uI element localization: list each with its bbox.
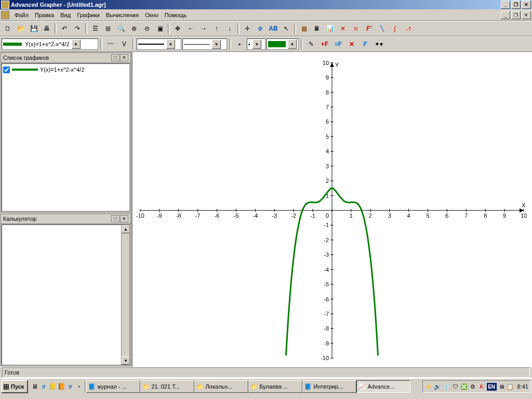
- start-button[interactable]: ⊞ Пуск: [1, 380, 28, 393]
- tray-icon-3[interactable]: 💿: [443, 383, 450, 391]
- regression-button[interactable]: 📊: [324, 22, 336, 35]
- formula-selector[interactable]: Y(x)=1+x^2-x^4/2 ▼: [2, 38, 98, 50]
- tray-icon-1[interactable]: ⚡: [425, 383, 433, 391]
- grid-props-button[interactable]: ⊞: [102, 22, 114, 35]
- ql-app2-icon[interactable]: 📙: [57, 382, 65, 391]
- derivative-button[interactable]: F': [363, 22, 375, 35]
- tangent-button[interactable]: ╲: [376, 22, 388, 35]
- close-button[interactable]: ✕: [522, 1, 531, 9]
- svg-text:-3: -3: [324, 251, 329, 258]
- del-func-button[interactable]: ✕: [345, 38, 358, 50]
- wave-button[interactable]: 〰: [104, 38, 117, 50]
- menu-file[interactable]: Файл: [11, 11, 32, 19]
- ql-ie-icon[interactable]: e: [39, 382, 48, 391]
- undo-button[interactable]: ↶: [58, 22, 71, 35]
- menu-calc[interactable]: Вычисления: [103, 11, 142, 19]
- formula-color-swatch: [3, 43, 22, 46]
- mdi-restore-button[interactable]: ❐: [511, 11, 521, 19]
- label-button[interactable]: AB: [267, 22, 280, 35]
- edit-func-button[interactable]: F: [359, 38, 371, 50]
- move-button[interactable]: ✥: [171, 22, 184, 35]
- panel-dock-button[interactable]: □: [111, 54, 119, 61]
- list-button[interactable]: ☰: [89, 22, 101, 35]
- tray-icon-2[interactable]: 🔊: [434, 383, 442, 391]
- extrema-button[interactable]: ⩘: [402, 22, 414, 35]
- arrow-up-button[interactable]: ↑: [210, 22, 223, 35]
- tray-icon-7[interactable]: K: [478, 383, 486, 391]
- tray-icon-5[interactable]: ❎: [460, 383, 468, 391]
- trace-button[interactable]: ⊕: [254, 22, 267, 35]
- svg-text:-2: -2: [291, 212, 296, 219]
- menu-graphs[interactable]: Графики: [74, 11, 103, 19]
- table-button[interactable]: ▦: [298, 22, 310, 35]
- task-button[interactable]: 📁21. 021 Т...: [140, 380, 194, 393]
- menu-edit[interactable]: Правка: [32, 11, 57, 19]
- plot-canvas[interactable]: XY-10-9-8-7-6-5-4-3-2-112345678910-10-9-…: [132, 52, 532, 367]
- ql-ie2-icon[interactable]: e: [66, 382, 74, 391]
- ql-more-icon[interactable]: »: [75, 382, 83, 391]
- arrow-down-button[interactable]: ↓: [223, 22, 236, 35]
- mdi-close-button[interactable]: ✕: [522, 11, 531, 19]
- save-button[interactable]: 💾: [28, 22, 40, 35]
- tray-icon-4[interactable]: 🛡: [451, 383, 459, 391]
- axis-props-button[interactable]: ✦▾: [373, 38, 385, 50]
- scroll-up-button[interactable]: ▲: [122, 225, 130, 233]
- task-button[interactable]: 📁Локальн...: [194, 380, 248, 393]
- mdi-minimize-button[interactable]: _: [501, 11, 510, 19]
- calc-close-button[interactable]: ✕: [120, 215, 128, 222]
- add-func-button[interactable]: +F: [318, 38, 331, 50]
- line-style-thin[interactable]: ▼: [182, 38, 227, 50]
- language-indicator[interactable]: EN: [487, 383, 497, 391]
- dropdown-icon[interactable]: ▼: [72, 39, 81, 49]
- calc-scrollbar[interactable]: ▲ ▼: [121, 225, 129, 365]
- menu-window[interactable]: Окно: [142, 11, 162, 19]
- crosshair-button[interactable]: ✛: [241, 22, 254, 35]
- calculator-body[interactable]: ▲ ▼: [2, 224, 130, 365]
- ql-desktop-icon[interactable]: 🖥: [31, 382, 39, 391]
- zoom-in-button[interactable]: ⊕: [128, 22, 140, 35]
- new-button[interactable]: 🗋: [2, 22, 14, 35]
- graph-color-swatch: [12, 69, 38, 71]
- svg-text:2: 2: [326, 178, 329, 184]
- tray-icon-6[interactable]: ⚙: [469, 383, 477, 391]
- task-button[interactable]: 📘Интегрир...: [302, 380, 356, 393]
- point-small-button[interactable]: ▪: [233, 38, 246, 50]
- scroll-down-button[interactable]: ▼: [122, 356, 130, 365]
- app-icon: [1, 1, 9, 9]
- graph-visible-checkbox[interactable]: [3, 66, 10, 73]
- line-style-solid[interactable]: ▼: [137, 38, 181, 50]
- tray-icon-9[interactable]: 📋: [507, 383, 514, 391]
- maximize-button[interactable]: ❐: [511, 1, 521, 9]
- integral-button[interactable]: ∫: [389, 22, 401, 35]
- task-button[interactable]: 📘журнал - ...: [86, 380, 140, 393]
- menu-help[interactable]: Помощь: [162, 11, 190, 19]
- marker-style[interactable]: ▪▼: [247, 38, 265, 50]
- zoom-button[interactable]: 🔍: [115, 22, 127, 35]
- tray-icon-8[interactable]: 🖥: [498, 383, 506, 391]
- graph-list-item[interactable]: Y(x)=1+x^2-x^4/2: [3, 65, 128, 74]
- redo-button[interactable]: ↷: [71, 22, 84, 35]
- ql-app1-icon[interactable]: 📒: [48, 382, 57, 391]
- graph-item-label: Y(x)=1+x^2-x^4/2: [40, 66, 85, 73]
- minimize-button[interactable]: _: [501, 1, 510, 9]
- panel-close-button[interactable]: ✕: [120, 54, 128, 61]
- open-button[interactable]: 📂: [15, 22, 27, 35]
- task-button[interactable]: 📁Булаева ...: [248, 380, 302, 393]
- arrow-right-button[interactable]: →: [197, 22, 210, 35]
- roots-button[interactable]: ⤫: [350, 22, 362, 35]
- arrow-left-button[interactable]: ←: [184, 22, 197, 35]
- calc-button[interactable]: 🖩: [311, 22, 323, 35]
- abs-button[interactable]: V: [118, 38, 130, 50]
- zoom-out-button[interactable]: ⊖: [141, 22, 153, 35]
- fit-button[interactable]: ▣: [154, 22, 166, 35]
- fill-color[interactable]: ▼: [267, 38, 299, 50]
- pointer-button[interactable]: ↖: [280, 22, 292, 35]
- svg-text:7: 7: [326, 104, 329, 110]
- task-button[interactable]: 📈Advance...: [356, 380, 410, 393]
- dup-func-button[interactable]: ≡F: [332, 38, 344, 50]
- calc-dock-button[interactable]: □: [111, 215, 119, 222]
- menu-view[interactable]: Вид: [57, 11, 74, 19]
- props-button[interactable]: ✎: [305, 38, 317, 50]
- intersect-button[interactable]: ✕: [337, 22, 349, 35]
- print-button[interactable]: 🖶: [41, 22, 53, 35]
